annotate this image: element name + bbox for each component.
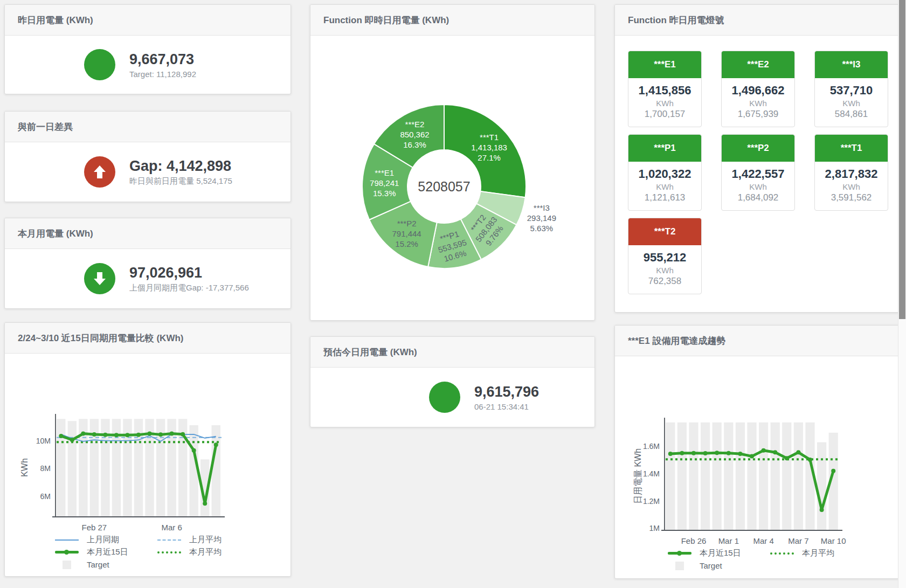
tile-label: ***E1 [628, 51, 701, 78]
light-tile-e1: ***E1 1,415,856 KWh 1,700,157 [628, 51, 702, 127]
light-tile-t2: ***T2 955,212 KWh 762,358 [628, 218, 702, 294]
panel-compare-15days: 2/24~3/10 近15日同期用電量比較 (KWh) 6M8M10MKWhFe… [4, 322, 291, 577]
panel-title: 預估今日用電量 (KWh) [310, 337, 594, 368]
tile-label: ***P2 [722, 135, 794, 162]
tile-unit: KWh [722, 182, 794, 191]
tile-unit: KWh [628, 182, 701, 191]
status-circle-green-icon [429, 382, 460, 413]
svg-text:1M: 1M [649, 524, 660, 532]
tile-unit: KWh [722, 99, 794, 108]
green-dot-sample [770, 552, 794, 555]
svg-text:5208057: 5208057 [418, 179, 470, 194]
light-tile-e2: ***E2 1,496,662 KWh 1,675,939 [721, 51, 795, 127]
blue-line-sample [55, 539, 79, 541]
panel-title: Function 昨日用電燈號 [615, 5, 899, 36]
legend-this-month-15d[interactable]: 本月近15日 [666, 548, 769, 558]
panel-month-usage: 本月用電量 (KWh) 97,026,961 上個月同期用電Gap: -17,3… [4, 218, 291, 309]
green-line-sample [55, 551, 79, 554]
tile-target: 1,675,939 [722, 109, 794, 120]
panel-estimate-today: 預估今日用電量 (KWh) 9,615,796 06-21 15:34:41 [310, 336, 595, 427]
arrow-down-icon [84, 263, 115, 294]
legend-last-month-avg[interactable]: 上月平均 [156, 535, 258, 545]
gap-value: Gap: 4,142,898 [129, 157, 232, 175]
tile-label: ***E2 [722, 51, 794, 78]
tile-value: 1,496,662 [722, 84, 794, 98]
tile-value: 1,422,557 [722, 167, 794, 181]
legend-target[interactable]: Target [666, 561, 769, 570]
tile-target: 762,358 [628, 276, 701, 287]
target-box-sample [63, 561, 71, 569]
svg-text:日用電量 KWh: 日用電量 KWh [633, 448, 642, 504]
panel-e1-trend: ***E1 設備用電達成趨勢 1M1.2M1.4M1.6M日用電量 KWhFeb… [614, 325, 900, 579]
svg-text:Feb 27: Feb 27 [82, 523, 107, 532]
svg-text:8M: 8M [40, 464, 51, 473]
svg-text:Mar 1: Mar 1 [718, 536, 739, 545]
svg-text:10M: 10M [36, 437, 51, 445]
svg-text:1.6M: 1.6M [643, 442, 660, 451]
panel-diff-prev-day: 與前一日差異 Gap: 4,142,898 昨日與前日用電量 5,524,175 [4, 111, 291, 202]
tile-unit: KWh [815, 182, 888, 191]
yesterday-usage-value: 9,667,073 [129, 51, 196, 68]
tile-label: ***P1 [628, 135, 701, 162]
legend-target[interactable]: Target [53, 560, 156, 569]
tile-target: 1,700,157 [628, 109, 701, 120]
tile-value: 955,212 [628, 251, 701, 265]
svg-text:Mar 10: Mar 10 [821, 536, 846, 545]
tile-target: 1,684,092 [722, 192, 794, 203]
legend-this-month-avg[interactable]: 本月平均 [156, 547, 258, 557]
green-dot-sample [157, 551, 181, 554]
svg-text:Feb 26: Feb 26 [681, 536, 707, 545]
status-circle-green-icon [84, 49, 115, 80]
arrow-up-icon [84, 156, 115, 188]
light-tile-p1: ***P1 1,020,322 KWh 1,121,613 [628, 134, 702, 211]
estimate-timestamp: 06-21 15:34:41 [474, 402, 539, 411]
svg-text:***I3293,1495.63%: ***I3293,1495.63% [527, 203, 556, 233]
svg-text:Mar 4: Mar 4 [753, 536, 773, 545]
vertical-scrollbar[interactable] [898, 0, 906, 588]
panel-title: 與前一日差異 [5, 112, 291, 142]
target-box-sample [675, 562, 684, 570]
tile-label: ***T1 [815, 135, 888, 162]
tile-unit: KWh [815, 99, 888, 108]
panel-yesterday-lights: Function 昨日用電燈號 ***E1 1,415,856 KWh 1,70… [614, 4, 900, 313]
panel-title: 昨日用電量 (KWh) [5, 5, 291, 36]
svg-text:KWh: KWh [20, 458, 29, 477]
tile-unit: KWh [628, 266, 701, 275]
tile-value: 1,415,856 [628, 84, 701, 98]
svg-text:6M: 6M [40, 492, 51, 501]
estimate-today-value: 9,615,796 [474, 383, 539, 400]
light-tile-t1: ***T1 2,817,832 KWh 3,591,562 [814, 134, 888, 211]
blue-dash-sample [157, 539, 181, 541]
light-tile-i3: ***I3 537,710 KWh 584,861 [814, 51, 888, 127]
tile-value: 2,817,832 [815, 167, 888, 181]
panel-yesterday-usage: 昨日用電量 (KWh) 9,667,073 Target: 11,128,992 [4, 4, 291, 94]
month-usage-gap: 上個月同期用電Gap: -17,377,566 [129, 283, 249, 293]
tile-target: 1,121,613 [628, 192, 701, 203]
tile-value: 537,710 [815, 84, 888, 98]
panel-title: 2/24~3/10 近15日同期用電量比較 (KWh) [5, 323, 291, 354]
panel-title: 本月用電量 (KWh) [5, 218, 291, 249]
panel-title: ***E1 設備用電達成趨勢 [615, 326, 899, 356]
light-tile-p2: ***P2 1,422,557 KWh 1,684,092 [721, 134, 795, 211]
legend-last-month-same[interactable]: 上月同期 [53, 535, 156, 545]
svg-text:Mar 6: Mar 6 [161, 523, 182, 532]
tile-unit: KWh [628, 99, 701, 108]
legend-this-month-avg[interactable]: 本月平均 [769, 548, 871, 558]
yesterday-usage-target: Target: 11,128,992 [129, 70, 196, 79]
scrollbar-thumb[interactable] [899, 0, 905, 319]
lights-grid: ***E1 1,415,856 KWh 1,700,157 ***E2 1,49… [615, 36, 899, 294]
panel-realtime-donut: Function 即時日用電量 (KWh) ***T11,413,18327.1… [310, 4, 595, 321]
green-line-sample [668, 552, 691, 555]
tile-target: 3,591,562 [815, 192, 888, 203]
legend-this-month-15d[interactable]: 本月近15日 [53, 547, 156, 557]
svg-text:Mar 7: Mar 7 [788, 536, 808, 545]
realtime-usage-donut-chart[interactable]: ***T11,413,18327.1%***I3293,1495.63%***T… [310, 36, 593, 319]
svg-text:1.2M: 1.2M [643, 497, 660, 506]
panel-title: Function 即時日用電量 (KWh) [310, 5, 594, 36]
svg-text:1.4M: 1.4M [643, 469, 660, 478]
compare-15days-chart[interactable]: 6M8M10MKWhFeb 27Mar 6 [5, 354, 289, 532]
gap-subtitle: 昨日與前日用電量 5,524,175 [129, 176, 232, 186]
tile-label: ***T2 [628, 218, 701, 245]
e1-trend-chart[interactable]: 1M1.2M1.4M1.6M日用電量 KWhFeb 26Mar 1Mar 4Ma… [615, 356, 898, 546]
tile-value: 1,020,322 [628, 167, 701, 181]
